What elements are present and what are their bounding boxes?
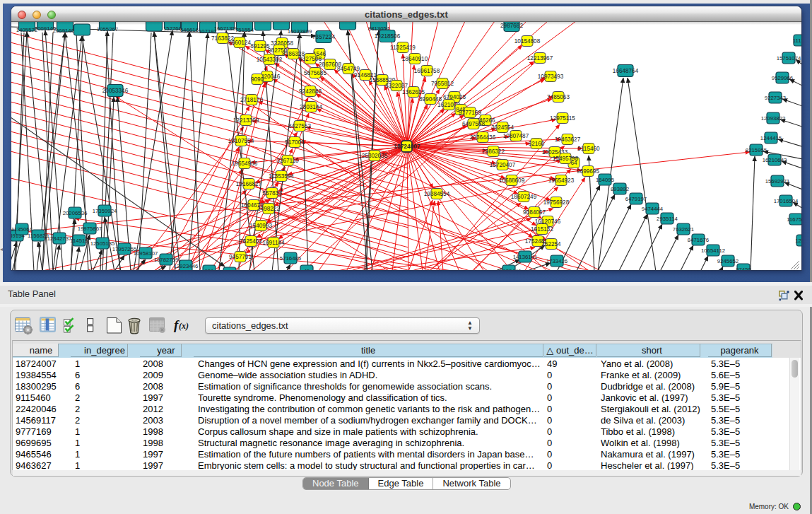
svg-text:6497568: 6497568 bbox=[462, 121, 485, 127]
svg-text:8660124: 8660124 bbox=[228, 40, 251, 46]
svg-text:1244415: 1244415 bbox=[760, 135, 782, 141]
svg-text:751554: 751554 bbox=[235, 27, 254, 33]
svg-text:2718170: 2718170 bbox=[240, 97, 263, 103]
svg-text:3498222: 3498222 bbox=[257, 206, 280, 212]
svg-text:20053346: 20053346 bbox=[102, 88, 129, 94]
svg-text:7357224: 7357224 bbox=[312, 34, 335, 40]
svg-text:3624554: 3624554 bbox=[491, 124, 514, 131]
svg-text:15495798: 15495798 bbox=[553, 156, 579, 162]
svg-text:(x): (x) bbox=[179, 321, 189, 331]
svg-text:1135061: 1135061 bbox=[11, 226, 33, 233]
svg-text:15751074: 15751074 bbox=[777, 55, 801, 62]
svg-text:5675685: 5675685 bbox=[304, 70, 326, 76]
svg-text:921: 921 bbox=[204, 268, 213, 270]
svg-text:3267110: 3267110 bbox=[276, 158, 299, 164]
svg-text:12975115: 12975115 bbox=[550, 115, 575, 122]
svg-text:646616: 646616 bbox=[180, 27, 199, 33]
svg-text:9474444: 9474444 bbox=[642, 206, 664, 212]
svg-text:7986322: 7986322 bbox=[482, 148, 505, 155]
svg-text:1055267: 1055267 bbox=[97, 26, 118, 33]
svg-text:18607249: 18607249 bbox=[511, 194, 537, 200]
svg-text:25302035: 25302035 bbox=[362, 153, 388, 159]
svg-text:893892: 893892 bbox=[611, 186, 629, 192]
svg-text:517006: 517006 bbox=[285, 139, 305, 146]
svg-text:62160: 62160 bbox=[529, 141, 545, 147]
svg-text:10107554: 10107554 bbox=[228, 138, 254, 144]
svg-text:116753: 116753 bbox=[787, 216, 801, 223]
svg-text:19218506: 19218506 bbox=[375, 33, 401, 40]
svg-text:7955812: 7955812 bbox=[431, 81, 454, 87]
svg-text:16033809: 16033809 bbox=[288, 28, 312, 35]
svg-text:14136141: 14136141 bbox=[513, 254, 538, 260]
svg-text:9084067: 9084067 bbox=[523, 209, 546, 216]
svg-text:15720407: 15720407 bbox=[490, 162, 516, 168]
svg-text:9457791: 9457791 bbox=[229, 254, 252, 260]
svg-text:7625402: 7625402 bbox=[240, 238, 262, 245]
svg-text:10543362: 10543362 bbox=[257, 57, 283, 63]
svg-text:12093822: 12093822 bbox=[761, 115, 786, 122]
svg-text:20206536: 20206536 bbox=[63, 210, 88, 216]
svg-text:10154808: 10154808 bbox=[514, 38, 541, 45]
svg-text:7632621: 7632621 bbox=[673, 226, 694, 233]
svg-text:16210643: 16210643 bbox=[763, 157, 787, 163]
svg-text:9090: 9090 bbox=[251, 76, 264, 83]
svg-text:15692971: 15692971 bbox=[765, 178, 790, 185]
svg-text:10688609: 10688609 bbox=[499, 177, 525, 184]
svg-text:164095: 164095 bbox=[596, 177, 615, 183]
svg-text:557833: 557833 bbox=[262, 190, 282, 197]
svg-text:16648764: 16648764 bbox=[613, 68, 639, 74]
svg-text:1156829: 1156829 bbox=[28, 233, 49, 239]
svg-text:12213967: 12213967 bbox=[527, 55, 553, 62]
svg-text:17016504: 17016504 bbox=[774, 198, 799, 204]
svg-text:19166827: 19166827 bbox=[236, 181, 262, 187]
svg-text:152760: 152760 bbox=[163, 25, 182, 32]
svg-text:1362615: 1362615 bbox=[402, 89, 425, 95]
svg-text:1733426: 1733426 bbox=[546, 258, 567, 264]
svg-text:9245652: 9245652 bbox=[717, 258, 739, 264]
svg-text:11174: 11174 bbox=[793, 37, 801, 44]
svg-text:19756928: 19756928 bbox=[543, 199, 570, 206]
svg-text:8454749: 8454749 bbox=[337, 66, 360, 72]
svg-text:9227343: 9227343 bbox=[765, 95, 786, 101]
svg-text:10973493: 10973493 bbox=[538, 74, 564, 80]
svg-text:12923446: 12923446 bbox=[497, 268, 522, 270]
svg-text:20364436: 20364436 bbox=[470, 134, 496, 141]
svg-text:97450: 97450 bbox=[736, 267, 751, 270]
svg-text:11325419: 11325419 bbox=[390, 45, 416, 51]
svg-text:10654112: 10654112 bbox=[701, 247, 725, 254]
svg-text:10958107: 10958107 bbox=[134, 250, 158, 257]
svg-text:252254: 252254 bbox=[541, 241, 561, 247]
svg-text:2935114: 2935114 bbox=[657, 216, 678, 222]
svg-text:17359924: 17359924 bbox=[93, 208, 117, 214]
svg-text:1691144: 1691144 bbox=[262, 240, 285, 246]
svg-text:19463627: 19463627 bbox=[555, 136, 581, 143]
svg-text:891295: 891295 bbox=[250, 43, 270, 49]
svg-text:12342737: 12342737 bbox=[47, 235, 72, 242]
svg-text:19654986: 19654986 bbox=[232, 160, 258, 167]
svg-text:18724007: 18724007 bbox=[394, 143, 420, 150]
svg-text:9529966: 9529966 bbox=[772, 75, 793, 81]
svg-text:9115460: 9115460 bbox=[577, 146, 600, 152]
svg-text:10807487: 10807487 bbox=[503, 133, 529, 139]
svg-text:6322037: 6322037 bbox=[385, 83, 408, 89]
svg-text:8471676: 8471676 bbox=[688, 237, 709, 243]
svg-text:114519: 114519 bbox=[70, 238, 88, 244]
svg-text:19384554: 19384554 bbox=[424, 191, 450, 197]
svg-text:9242848: 9242848 bbox=[299, 88, 322, 95]
svg-text:19975867: 19975867 bbox=[78, 226, 102, 232]
svg-text:5716485: 5716485 bbox=[280, 255, 302, 262]
svg-text:12213369: 12213369 bbox=[233, 117, 259, 124]
svg-text:1615132: 1615132 bbox=[531, 226, 553, 233]
svg-text:16961758: 16961758 bbox=[414, 68, 440, 74]
svg-text:8215955: 8215955 bbox=[746, 147, 767, 153]
svg-text:12923446: 12923446 bbox=[174, 263, 199, 269]
svg-text:6479197: 6479197 bbox=[625, 196, 647, 202]
svg-text:45: 45 bbox=[304, 268, 310, 270]
svg-text:7485063: 7485063 bbox=[547, 94, 570, 100]
svg-text:1540993: 1540993 bbox=[249, 223, 272, 229]
svg-text:18640910: 18640910 bbox=[402, 56, 428, 62]
svg-text:19654923: 19654923 bbox=[548, 177, 575, 184]
svg-text:2803144: 2803144 bbox=[300, 104, 322, 110]
svg-text:16782759: 16782759 bbox=[154, 257, 179, 263]
svg-text:9777169: 9777169 bbox=[459, 110, 481, 116]
